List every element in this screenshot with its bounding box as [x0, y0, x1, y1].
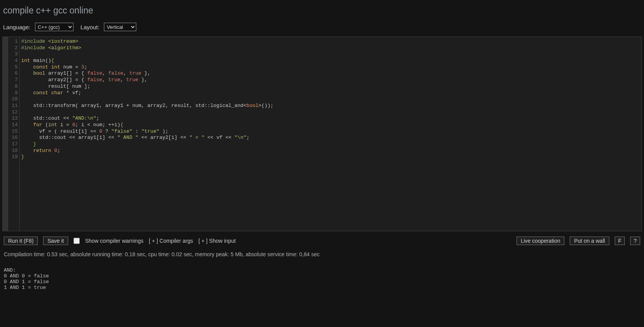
line-number: 6 — [9, 70, 18, 77]
line-number: 7 — [9, 77, 18, 83]
compilation-status: Compilation time: 0.53 sec, absolute run… — [0, 247, 644, 259]
code-line[interactable]: return 0; — [21, 148, 639, 154]
code-line[interactable]: vf = ( result[i] == 0 ? "false" : "true"… — [21, 128, 639, 135]
code-line[interactable]: result[ num ]; — [21, 83, 639, 90]
live-cooperation-button[interactable]: Live cooperation — [517, 237, 565, 245]
line-number: 16 — [9, 135, 18, 141]
compiler-args-toggle[interactable]: [ + ] Compiler args — [149, 238, 193, 244]
code-line[interactable]: #include <algorithm> — [21, 45, 639, 52]
line-number: 12 — [9, 109, 18, 116]
layout-select[interactable]: Vertical — [104, 23, 136, 31]
line-number: 18 — [9, 148, 18, 154]
code-line[interactable]: std::cout << "AND:\n"; — [21, 115, 639, 122]
save-button[interactable]: Save it — [43, 237, 68, 245]
code-line[interactable]: } — [21, 141, 639, 148]
line-number: 17 — [9, 141, 18, 148]
run-button[interactable]: Run it (F8) — [4, 237, 38, 245]
code-editor[interactable]: 12345678910111213141516171819 #include <… — [2, 37, 642, 231]
language-label: Language: — [3, 24, 30, 30]
show-warnings-checkbox[interactable] — [74, 238, 80, 244]
show-warnings-label: Show compiler warnings — [85, 238, 144, 244]
put-on-wall-button[interactable]: Put on a wall — [570, 237, 609, 245]
line-number: 10 — [9, 96, 18, 103]
code-line[interactable]: #include <iostream> — [21, 38, 639, 45]
toolbar: Language: C++ (gcc) Layout: Vertical — [0, 23, 644, 37]
code-line[interactable]: std::cout << array1[i] << " AND " << arr… — [21, 135, 639, 141]
line-number: 5 — [9, 64, 18, 71]
code-line[interactable] — [21, 96, 639, 103]
line-number: 4 — [9, 58, 18, 64]
code-line[interactable]: std::transform( array1, array1 + num, ar… — [21, 103, 639, 109]
code-line[interactable]: const int num = 3; — [21, 64, 639, 71]
line-number: 1 — [9, 38, 18, 45]
fullscreen-button[interactable]: F — [615, 237, 625, 245]
code-line[interactable] — [21, 51, 639, 58]
line-number: 11 — [9, 103, 18, 109]
editor-scrollbar[interactable] — [3, 37, 8, 231]
line-number: 9 — [9, 90, 18, 97]
show-input-toggle[interactable]: [ + ] Show input — [198, 238, 236, 244]
code-line[interactable]: array2[] = { false, true, true }, — [21, 77, 639, 83]
code-line[interactable]: bool array1[] = { false, false, true }, — [21, 70, 639, 77]
line-number: 3 — [9, 51, 18, 58]
line-number: 15 — [9, 128, 18, 135]
controls-bar: Run it (F8) Save it Show compiler warnin… — [0, 231, 644, 247]
code-area[interactable]: #include <iostream>#include <algorithm> … — [20, 37, 641, 231]
help-button[interactable]: ? — [630, 237, 640, 245]
code-line[interactable]: int main(){ — [21, 58, 639, 64]
code-line[interactable]: } — [21, 154, 639, 160]
layout-label: Layout: — [80, 24, 99, 30]
code-line[interactable]: const char * vf; — [21, 90, 639, 97]
line-number: 19 — [9, 154, 18, 160]
program-output: AND: 0 AND 0 = false 0 AND 1 = false 1 A… — [0, 259, 644, 294]
line-number-gutter: 12345678910111213141516171819 — [8, 37, 20, 231]
code-line[interactable] — [21, 109, 639, 116]
page-title: compile c++ gcc online — [0, 0, 644, 23]
line-number: 2 — [9, 45, 18, 52]
code-line[interactable]: for (int i = 0; i < num; ++i){ — [21, 122, 639, 128]
language-select[interactable]: C++ (gcc) — [35, 23, 74, 31]
line-number: 13 — [9, 115, 18, 122]
line-number: 8 — [9, 83, 18, 90]
line-number: 14 — [9, 122, 18, 128]
